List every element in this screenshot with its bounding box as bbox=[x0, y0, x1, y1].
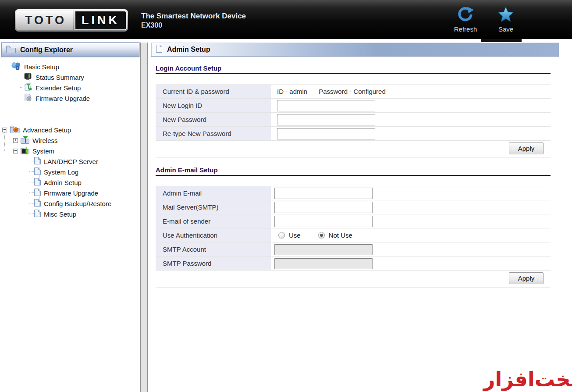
firmware-upgrade-icon bbox=[24, 93, 33, 103]
tree-item-config-backup-restore[interactable]: Config Backup/Restore bbox=[1, 198, 140, 209]
current-password-value: Password - Configured bbox=[319, 88, 386, 95]
refresh-button[interactable]: Refresh bbox=[449, 6, 482, 33]
logo-toto-text: TOTO bbox=[16, 11, 73, 30]
tree-guide-line bbox=[16, 128, 16, 151]
row-label: SMTP Account bbox=[156, 242, 271, 256]
tree-stub bbox=[29, 192, 34, 193]
page-icon bbox=[34, 188, 41, 198]
page-icon bbox=[34, 167, 41, 177]
device-tagline: The Smartest Network Device bbox=[141, 12, 246, 21]
table-row-new-password: New Password bbox=[156, 113, 551, 127]
tree-item-label[interactable]: Firmware Upgrade bbox=[36, 95, 90, 102]
tree-item-firmware-upgrade[interactable]: Firmware Upgrade bbox=[1, 188, 140, 198]
tree-item-admin-setup[interactable]: Admin Setup bbox=[1, 177, 140, 188]
tree-item-system-log[interactable]: System Log bbox=[1, 167, 140, 177]
tree-item-label[interactable]: System bbox=[32, 147, 54, 155]
login-setup-table: Current ID & password ID - admin Passwor… bbox=[156, 84, 551, 141]
page-icon bbox=[34, 209, 41, 219]
table-row-use-authentication: Use Authentication Use Not Use bbox=[156, 228, 551, 242]
not-use-radio-label[interactable]: Not Use bbox=[329, 232, 352, 239]
tree-guide-line bbox=[39, 157, 39, 214]
page-titlebar: Admin Setup bbox=[151, 43, 559, 56]
config-tree: Basic Setup Status Summary bbox=[1, 61, 140, 219]
wireless-folder-icon bbox=[20, 135, 30, 146]
panel-divider bbox=[140, 43, 148, 392]
row-label: New Password bbox=[156, 113, 271, 126]
not-use-radio[interactable] bbox=[318, 232, 325, 239]
refresh-label[interactable]: Refresh bbox=[449, 25, 482, 33]
use-radio-label[interactable]: Use bbox=[289, 232, 301, 239]
tree-guide-line bbox=[4, 132, 5, 151]
system-folder-icon bbox=[20, 146, 30, 156]
device-model: EX300 bbox=[141, 21, 162, 29]
tree-item-advanced-setup[interactable]: − Advanced Setup bbox=[1, 125, 140, 135]
tree-item-lan-dhcp-server[interactable]: LAN/DHCP Server bbox=[1, 156, 140, 167]
page-title: Admin Setup bbox=[167, 46, 210, 53]
tree-stub bbox=[20, 77, 24, 78]
basic-setup-globe-icon bbox=[11, 61, 21, 72]
tree-item-label[interactable]: Extender Setup bbox=[36, 84, 81, 92]
tree-item-label[interactable]: Status Summary bbox=[36, 74, 84, 81]
sakhtafzar-watermark: سخت‌افزار bbox=[483, 368, 572, 391]
folder-icon bbox=[6, 45, 16, 55]
retype-new-password-input[interactable] bbox=[277, 128, 375, 139]
advanced-setup-folder-icon bbox=[10, 125, 20, 135]
collapse-toggle-icon[interactable]: − bbox=[2, 128, 7, 132]
tree-guide-line bbox=[29, 73, 29, 99]
login-apply-button[interactable]: Apply bbox=[509, 143, 544, 154]
mail-server-smtp-input[interactable] bbox=[274, 202, 373, 213]
tree-item-label[interactable]: Admin Setup bbox=[44, 179, 82, 186]
email-section-heading: Admin E-mail Setup bbox=[156, 166, 551, 176]
page-icon bbox=[34, 199, 41, 208]
tree-item-label[interactable]: Config Backup/Restore bbox=[44, 200, 111, 207]
table-row-new-login-id: New Login ID bbox=[156, 99, 551, 113]
email-apply-button[interactable]: Apply bbox=[509, 272, 544, 284]
tree-item-misc-setup[interactable]: Misc Setup bbox=[1, 209, 140, 219]
table-row-smtp-password: SMTP Password bbox=[156, 257, 551, 271]
tree-stub bbox=[29, 182, 34, 183]
row-label: Mail Server(SMTP) bbox=[156, 200, 271, 214]
admin-email-input[interactable] bbox=[274, 188, 373, 199]
tree-item-label[interactable]: System Log bbox=[44, 168, 78, 176]
use-radio[interactable] bbox=[278, 232, 285, 239]
row-label: E-mail of sender bbox=[156, 214, 271, 228]
row-label: Re-type New Password bbox=[156, 127, 271, 140]
tree-item-label[interactable]: Firmware Upgrade bbox=[44, 189, 98, 197]
tree-item-system[interactable]: − System bbox=[1, 146, 140, 156]
email-of-sender-input[interactable] bbox=[274, 216, 373, 227]
table-row-retype-password: Re-type New Password bbox=[156, 127, 551, 141]
new-login-id-input[interactable] bbox=[277, 100, 375, 111]
tree-stub bbox=[20, 87, 24, 88]
tree-item-firmware-upgrade-basic[interactable]: Firmware Upgrade bbox=[1, 93, 140, 103]
row-label: Admin E-mail bbox=[156, 186, 271, 200]
tree-item-status-summary[interactable]: Status Summary bbox=[1, 72, 140, 82]
tree-item-label[interactable]: Advanced Setup bbox=[23, 126, 71, 134]
save-star-icon[interactable] bbox=[497, 17, 514, 24]
tree-item-label[interactable]: Misc Setup bbox=[44, 210, 76, 218]
save-menu-shadow bbox=[481, 39, 522, 42]
table-row-mail-server: Mail Server(SMTP) bbox=[156, 200, 551, 214]
row-label: SMTP Password bbox=[156, 257, 271, 270]
table-row-current-id: Current ID & password ID - admin Passwor… bbox=[156, 85, 551, 99]
login-section-heading: Login Account Setup bbox=[156, 64, 551, 74]
new-password-input[interactable] bbox=[277, 114, 375, 125]
current-id-value: ID - admin bbox=[277, 88, 307, 95]
config-explorer-header: Config Explorer bbox=[1, 43, 139, 57]
row-label: New Login ID bbox=[156, 99, 271, 112]
tree-item-extender-setup[interactable]: Extender Setup bbox=[1, 82, 140, 93]
table-row-smtp-account: SMTP Account bbox=[156, 242, 551, 257]
tree-stub bbox=[29, 203, 34, 204]
email-setup-table: Admin E-mail Mail Server(SMTP) E-mail of… bbox=[156, 186, 551, 271]
tree-item-label[interactable]: Basic Setup bbox=[24, 63, 59, 71]
tree-item-basic-setup[interactable]: Basic Setup bbox=[1, 61, 140, 72]
save-button[interactable]: Save bbox=[489, 6, 522, 33]
tree-item-wireless[interactable]: + Wireless bbox=[1, 135, 140, 146]
tree-item-label[interactable]: Wireless bbox=[32, 137, 58, 144]
refresh-icon[interactable] bbox=[457, 17, 474, 24]
tree-item-label[interactable]: LAN/DHCP Server bbox=[44, 158, 98, 165]
save-label[interactable]: Save bbox=[489, 25, 522, 33]
email-apply-row: Apply bbox=[156, 271, 551, 288]
tree-stub bbox=[20, 98, 24, 99]
tree-stub bbox=[29, 171, 34, 172]
main-content: Login Account Setup Current ID & passwor… bbox=[156, 64, 551, 288]
